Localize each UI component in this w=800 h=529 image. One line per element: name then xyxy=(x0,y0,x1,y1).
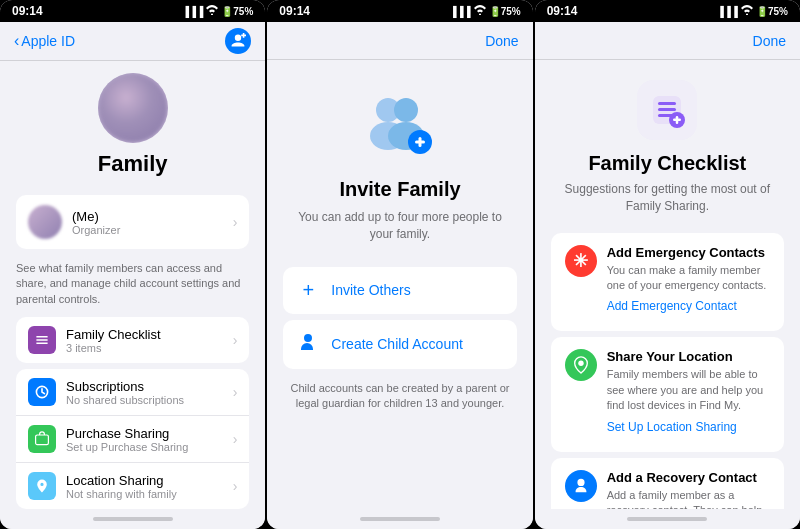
emergency-contacts-desc: You can make a family member one of your… xyxy=(607,263,770,294)
location-desc: Family members will be able to see where… xyxy=(607,367,770,413)
nav-bar-2: Done xyxy=(267,22,532,60)
svg-point-16 xyxy=(578,361,583,366)
subscriptions-icon xyxy=(28,378,56,406)
home-indicator-1 xyxy=(0,509,265,529)
home-bar-1 xyxy=(93,517,173,521)
status-icons-2: ▐▐▐ 🔋75% xyxy=(449,5,520,17)
back-button-1[interactable]: ‹ Apple ID xyxy=(14,32,75,50)
status-icons-1: ▐▐▐ 🔋75% xyxy=(182,5,253,17)
member-row-1[interactable]: (Me) Organizer › xyxy=(16,195,249,249)
member-avatar-1 xyxy=(28,205,62,239)
invite-others-icon: + xyxy=(297,279,319,302)
wifi-icon-2 xyxy=(474,5,486,17)
battery-icon: 🔋75% xyxy=(221,6,253,17)
checklist-item-location: Share Your Location Family members will … xyxy=(551,337,784,451)
create-child-label: Create Child Account xyxy=(331,336,463,352)
location-title: Share Your Location xyxy=(607,349,770,364)
family-avatar xyxy=(98,73,168,143)
status-bar-1: 09:14 ▐▐▐ 🔋75% xyxy=(0,0,265,22)
settings-row-checklist[interactable]: Family Checklist 3 items › xyxy=(16,317,249,363)
time-3: 09:14 xyxy=(547,4,578,18)
settings-text-purchase: Purchase Sharing Set up Purchase Sharing xyxy=(66,426,233,453)
battery-icon-2: 🔋75% xyxy=(489,6,521,17)
emergency-contacts-title: Add Emergency Contacts xyxy=(607,245,770,260)
settings-text-subscriptions: Subscriptions No shared subscriptions xyxy=(66,379,233,406)
subscriptions-sublabel: No shared subscriptions xyxy=(66,394,233,406)
invite-description: You can add up to four more people to yo… xyxy=(287,209,512,243)
signal-icon: ▐▐▐ xyxy=(182,6,203,17)
recovery-contact-icon xyxy=(565,470,597,502)
back-label-1: Apple ID xyxy=(21,33,75,49)
member-role-1: Organizer xyxy=(72,224,233,236)
checklist-item-header-location: Share Your Location Family members will … xyxy=(565,349,770,433)
invite-icon-group xyxy=(360,84,440,164)
nav-bar-1: ‹ Apple ID xyxy=(0,22,265,61)
checklist-sublabel: 3 items xyxy=(66,342,233,354)
family-title: Family xyxy=(98,151,168,177)
checklist-main-desc: Suggestions for getting the most out of … xyxy=(555,181,780,215)
subscriptions-label: Subscriptions xyxy=(66,379,233,394)
chevron-right-location: › xyxy=(233,478,238,494)
checklist-main-title: Family Checklist xyxy=(588,152,746,175)
svg-rect-10 xyxy=(658,102,676,105)
status-bar-2: 09:14 ▐▐▐ 🔋75% xyxy=(267,0,532,22)
share-location-icon xyxy=(565,349,597,381)
settings-row-location[interactable]: Location Sharing Not sharing with family… xyxy=(16,463,249,509)
purchase-icon xyxy=(28,425,56,453)
invite-options: + Invite Others Create Child Account xyxy=(283,267,516,369)
location-icon xyxy=(28,472,56,500)
status-bar-3: 09:14 ▐▐▐ 🔋75% xyxy=(535,0,800,22)
checklist-header-icon xyxy=(637,80,697,140)
create-child-button[interactable]: Create Child Account xyxy=(283,320,516,369)
signal-icon-3: ▐▐▐ xyxy=(717,6,738,17)
home-indicator-3 xyxy=(535,509,800,529)
location-action[interactable]: Set Up Location Sharing xyxy=(607,420,770,434)
svg-rect-11 xyxy=(658,108,676,111)
phone-2: 09:14 ▐▐▐ 🔋75% Done xyxy=(267,0,532,529)
member-card: (Me) Organizer › xyxy=(16,195,249,249)
settings-row-purchase[interactable]: Purchase Sharing Set up Purchase Sharing… xyxy=(16,416,249,463)
svg-point-4 xyxy=(394,98,418,122)
phone-3: 09:14 ▐▐▐ 🔋75% Done xyxy=(535,0,800,529)
signal-icon-2: ▐▐▐ xyxy=(449,6,470,17)
location-label: Location Sharing xyxy=(66,473,233,488)
done-button-2[interactable]: Done xyxy=(485,33,518,49)
chevron-right-purchase: › xyxy=(233,431,238,447)
invite-others-button[interactable]: + Invite Others xyxy=(283,267,516,314)
location-sublabel: Not sharing with family xyxy=(66,488,233,500)
home-bar-2 xyxy=(360,517,440,521)
emergency-contacts-action[interactable]: Add Emergency Contact xyxy=(607,299,770,313)
invite-note: Child accounts can be created by a paren… xyxy=(267,377,532,416)
invite-title: Invite Family xyxy=(339,178,460,201)
checklist-item-header-recovery: Add a Recovery Contact Add a family memb… xyxy=(565,470,770,509)
invite-others-label: Invite Others xyxy=(331,282,410,298)
nav-bar-3: Done xyxy=(535,22,800,60)
phone-1: 09:14 ▐▐▐ 🔋75% ‹ Apple ID Family xyxy=(0,0,265,529)
emergency-contacts-content: Add Emergency Contacts You can make a fa… xyxy=(607,245,770,314)
emergency-contacts-icon: ✳ xyxy=(565,245,597,277)
add-person-button[interactable] xyxy=(225,28,251,54)
done-button-3[interactable]: Done xyxy=(753,33,786,49)
checklist-item-recovery: Add a Recovery Contact Add a family memb… xyxy=(551,458,784,509)
recovery-content: Add a Recovery Contact Add a family memb… xyxy=(607,470,770,509)
checklist-header: Family Checklist Suggestions for getting… xyxy=(535,60,800,229)
wifi-icon xyxy=(206,5,218,17)
purchase-label: Purchase Sharing xyxy=(66,426,233,441)
invite-header: Invite Family You can add up to four mor… xyxy=(267,60,532,259)
checklist-item-emergency: ✳ Add Emergency Contacts You can make a … xyxy=(551,233,784,332)
checklist-items: ✳ Add Emergency Contacts You can make a … xyxy=(551,233,784,509)
settings-text-checklist: Family Checklist 3 items xyxy=(66,327,233,354)
settings-row-subscriptions[interactable]: Subscriptions No shared subscriptions › xyxy=(16,369,249,416)
family-header: Family xyxy=(0,61,265,195)
screen-content-3: Family Checklist Suggestions for getting… xyxy=(535,60,800,509)
settings-group-1: Family Checklist 3 items › xyxy=(16,317,249,363)
settings-group-2: Subscriptions No shared subscriptions › … xyxy=(16,369,249,509)
screen-content-1: Family (Me) Organizer › See what family … xyxy=(0,61,265,509)
location-content: Share Your Location Family members will … xyxy=(607,349,770,433)
svg-rect-15 xyxy=(676,116,679,124)
chevron-right-subscriptions: › xyxy=(233,384,238,400)
time-2: 09:14 xyxy=(279,4,310,18)
time-1: 09:14 xyxy=(12,4,43,18)
status-icons-3: ▐▐▐ 🔋75% xyxy=(717,5,788,17)
svg-rect-8 xyxy=(418,137,421,147)
